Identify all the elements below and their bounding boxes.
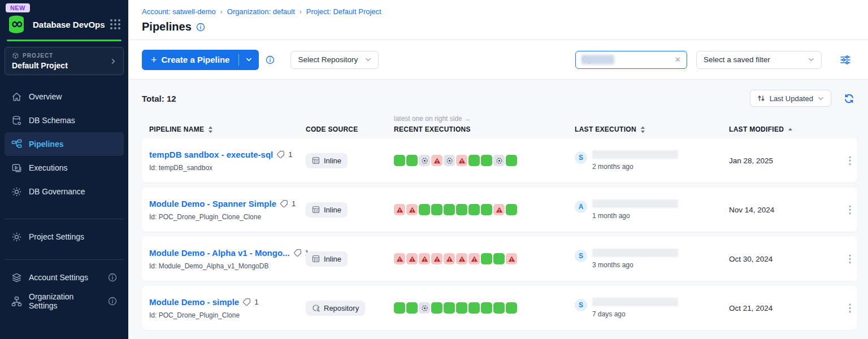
plus-icon: + — [151, 55, 157, 65]
select-repository-dropdown[interactable]: Select Repository — [290, 51, 379, 69]
breadcrumb-project-link[interactable]: Project: Default Project — [306, 7, 381, 16]
execution-status-success[interactable] — [468, 155, 480, 166]
info-icon[interactable] — [108, 297, 117, 306]
execution-status-success[interactable] — [456, 302, 467, 314]
search-input[interactable] — [595, 55, 670, 64]
execution-status-success[interactable] — [493, 302, 505, 314]
execution-status-error[interactable] — [493, 204, 505, 215]
sidebar-item-db-schemas[interactable]: DB Schemas — [5, 108, 124, 132]
execution-status-error[interactable] — [456, 155, 467, 166]
sort-both-icon — [207, 126, 214, 133]
sidebar-item-label: DB Governance — [29, 187, 85, 196]
redacted-user-name — [592, 199, 678, 208]
layers-icon — [11, 272, 22, 283]
sidebar-divider — [5, 219, 124, 219]
project-switcher[interactable]: PROJECT Default Project — [5, 47, 124, 75]
execution-status-success[interactable] — [444, 204, 455, 215]
sidebar-item-label: Executions — [29, 163, 67, 172]
create-pipeline-button[interactable]: + Create a Pipeline — [142, 55, 238, 65]
sort-dropdown[interactable]: Last Updated — [750, 90, 831, 107]
execution-status-success[interactable] — [481, 302, 492, 314]
execution-status-error[interactable] — [406, 204, 418, 215]
execution-status-success[interactable] — [481, 253, 492, 264]
sidebar-divider — [5, 259, 124, 260]
execution-status-success[interactable] — [468, 204, 480, 215]
execution-status-success[interactable] — [431, 204, 442, 215]
column-pipeline-name[interactable]: PIPELINE NAME — [142, 125, 303, 133]
refresh-icon[interactable] — [844, 93, 854, 104]
recent-executions — [394, 204, 575, 215]
execution-status-success[interactable] — [444, 302, 455, 314]
sidebar-item-executions[interactable]: Executions — [5, 156, 124, 180]
create-pipeline-dropdown-button[interactable] — [239, 50, 259, 70]
execution-status-error[interactable] — [394, 204, 405, 215]
sidebar-item-account-settings[interactable]: Account Settings — [5, 266, 124, 289]
column-last-execution[interactable]: LAST EXECUTION — [575, 125, 729, 133]
execution-status-success[interactable] — [481, 204, 492, 215]
execution-status-skipped[interactable] — [444, 155, 455, 166]
kebab-menu-icon[interactable]: ⋮ — [841, 203, 858, 216]
execution-status-skipped[interactable] — [493, 155, 505, 166]
execution-status-success[interactable] — [506, 302, 517, 314]
chevron-right-icon — [110, 58, 116, 64]
sidebar-item-project-settings[interactable]: Project Settings — [5, 225, 124, 249]
clear-search-icon[interactable]: ✕ — [675, 55, 681, 64]
filter-sliders-icon[interactable] — [840, 54, 851, 66]
kebab-menu-icon[interactable]: ⋮ — [841, 302, 858, 314]
execution-status-success[interactable] — [506, 204, 517, 215]
execution-status-success[interactable] — [481, 155, 492, 166]
execution-status-success[interactable] — [419, 204, 430, 215]
info-icon[interactable] — [108, 273, 117, 282]
pipeline-name-link[interactable]: Module Demo - Spanner Simple — [149, 199, 276, 208]
sort-both-icon — [640, 126, 646, 133]
sidebar-item-overview[interactable]: Overview — [5, 85, 124, 108]
execution-status-success[interactable] — [406, 155, 418, 166]
execution-status-success[interactable] — [493, 253, 505, 264]
recent-executions — [394, 155, 575, 166]
execution-status-error[interactable] — [431, 155, 442, 166]
redacted-user-name — [592, 298, 678, 306]
last-execution-time: 1 month ago — [592, 212, 678, 220]
pipeline-icon — [11, 139, 22, 150]
repository-icon — [312, 304, 320, 312]
execution-status-success[interactable] — [431, 302, 442, 314]
page-title: Pipelines — [142, 20, 192, 33]
breadcrumb-organization-link[interactable]: Organization: default — [227, 7, 295, 16]
sort-arrows-icon — [757, 94, 765, 102]
execution-status-success[interactable] — [456, 204, 467, 215]
app-grid-icon[interactable] — [110, 19, 120, 29]
sidebar-item-organization-settings[interactable]: Organization Settings — [5, 289, 124, 313]
execution-status-error[interactable] — [506, 253, 517, 264]
main-content: Account: satwell-demo › Organization: de… — [128, 0, 868, 339]
execution-status-skipped[interactable] — [419, 302, 430, 314]
saved-filter-dropdown[interactable]: Select a saved filter — [696, 51, 822, 69]
execution-status-error[interactable] — [394, 253, 405, 264]
execution-status-error[interactable] — [468, 253, 480, 264]
execution-status-error[interactable] — [406, 253, 418, 264]
code-source-label: Repository — [324, 304, 359, 312]
execution-status-error[interactable] — [456, 253, 467, 264]
redacted-user-name — [592, 150, 678, 159]
execution-status-success[interactable] — [468, 302, 480, 314]
breadcrumb-account-link[interactable]: Account: satwell-demo — [142, 7, 216, 16]
pipeline-name-link[interactable]: Module Demo - simple — [149, 297, 239, 307]
kebab-menu-icon[interactable]: ⋮ — [841, 253, 858, 265]
last-execution-time: 3 months ago — [592, 261, 678, 269]
info-icon[interactable] — [196, 23, 205, 32]
sidebar-item-pipelines[interactable]: Pipelines — [5, 132, 124, 156]
avatar: S — [575, 250, 587, 262]
execution-status-error[interactable] — [444, 253, 455, 264]
execution-status-error[interactable] — [431, 253, 442, 264]
execution-status-success[interactable] — [506, 155, 517, 166]
execution-status-error[interactable] — [419, 253, 430, 264]
pipeline-name-link[interactable]: tempDB sandbox - execute-sql — [149, 150, 273, 159]
sidebar-item-db-governance[interactable]: DB Governance — [5, 180, 124, 203]
execution-status-success[interactable] — [394, 302, 405, 314]
execution-status-skipped[interactable] — [419, 155, 430, 166]
execution-status-success[interactable] — [394, 155, 405, 166]
column-last-modified[interactable]: LAST MODIFIED — [729, 125, 841, 133]
execution-status-success[interactable] — [406, 302, 418, 314]
pipeline-name-link[interactable]: Module Demo - Alpha v1 - Mongo... — [149, 248, 290, 258]
kebab-menu-icon[interactable]: ⋮ — [841, 154, 858, 167]
info-icon[interactable] — [266, 55, 275, 64]
